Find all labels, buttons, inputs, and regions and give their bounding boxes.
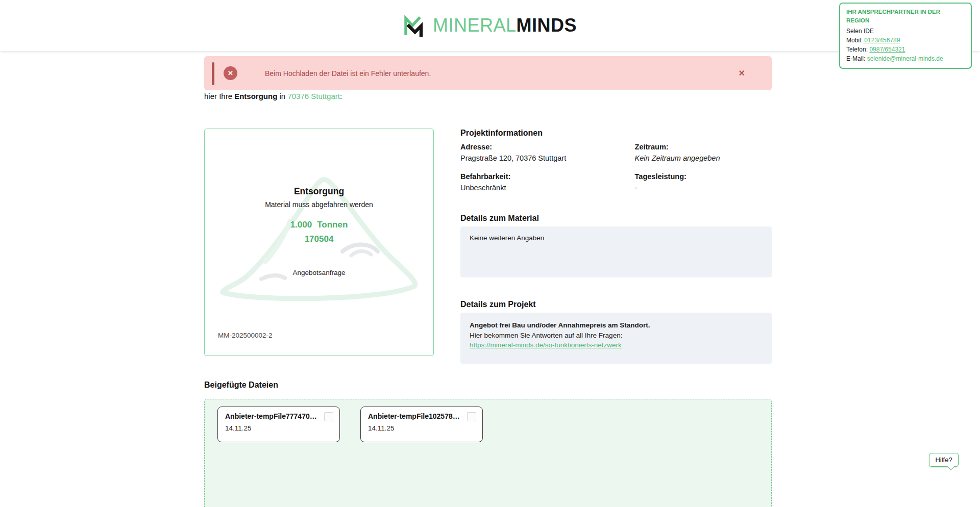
order-amount: 1.000Tonnen <box>205 220 433 230</box>
file-row: Anbieter-tempFile777470… 14.11.25 Anbiet… <box>217 407 771 442</box>
order-subtitle: Material muss abgefahren werden <box>205 200 433 209</box>
file-checkbox[interactable] <box>467 412 476 421</box>
file-date: 14.11.25 <box>368 424 476 432</box>
file-card-top: Anbieter-tempFile102578… <box>368 412 476 421</box>
project-details-line2: Hier bekommen Sie Antworten auf all Ihre… <box>470 331 763 341</box>
field-tagesleistung: Tagesleistung: - <box>635 172 772 192</box>
upload-error-alert: ✕ Beim Hochladen der Datei ist ein Fehle… <box>204 56 772 90</box>
file-date: 14.11.25 <box>225 424 333 432</box>
project-details-title: Details zum Projekt <box>460 300 772 309</box>
help-button[interactable]: Hilfe? <box>929 453 959 467</box>
project-details-box: Angebot frei Bau und/oder Annahmepreis a… <box>460 313 772 364</box>
order-request-type: Angebotsanfrage <box>205 269 433 276</box>
file-card[interactable]: Anbieter-tempFile777470… 14.11.25 <box>217 407 340 442</box>
project-info-grid: Adresse: Pragstraße 120, 70376 Stuttgart… <box>460 143 772 192</box>
project-details-line1: Angebot frei Bau und/oder Annahmepreis a… <box>470 320 763 331</box>
regional-contact-card: IHR ANSPRECHPARTNER IN DER REGION Selen … <box>839 3 972 69</box>
contact-mobile-line: Mobil: 0123/456789 <box>846 36 965 45</box>
contact-name: Selen IDE <box>846 27 965 36</box>
file-name: Anbieter-tempFile777470… <box>225 412 317 420</box>
field-adresse: Adresse: Pragstraße 120, 70376 Stuttgart <box>460 143 635 162</box>
order-type-title: Entsorgung <box>205 186 433 197</box>
contact-email-link[interactable]: selenide@mineral-minds.de <box>867 55 943 62</box>
contact-phone-line: Telefon: 0987/654321 <box>846 45 965 54</box>
order-summary-card: Entsorgung Material muss abgefahren werd… <box>204 129 434 356</box>
field-befahrbarkeit: Befahrbarkeit: Unbeschränkt <box>460 172 635 192</box>
page: MINERALMINDS IHR ANSPRECHPARTNER IN DER … <box>0 0 980 507</box>
field-befahrbarkeit-label: Befahrbarkeit: <box>460 172 635 181</box>
header: MINERALMINDS IHR ANSPRECHPARTNER IN DER … <box>0 0 980 51</box>
mineralminds-logo-icon <box>403 13 426 38</box>
order-material-code: 170504 <box>205 234 433 244</box>
brand-wordmark-black: MINDS <box>517 15 577 36</box>
intro-line: hier Ihre Entsorgung in 70376 Stuttgart: <box>204 92 342 100</box>
contact-email-label: E-Mail: <box>846 55 867 62</box>
file-card[interactable]: Anbieter-tempFile102578… 14.11.25 <box>360 407 483 442</box>
error-circle-icon: ✕ <box>224 66 237 80</box>
brand-wordmark-green: MINERAL <box>433 15 517 36</box>
order-reference-number: MM-202500002-2 <box>218 332 273 339</box>
contact-mobile-label: Mobil: <box>846 37 864 44</box>
contact-phone-label: Telefon: <box>846 46 869 53</box>
field-tagesleistung-label: Tagesleistung: <box>635 172 772 181</box>
intro-middle: in <box>277 92 287 100</box>
file-name: Anbieter-tempFile102578… <box>368 412 460 420</box>
project-details-link[interactable]: https://mineral-minds.de/so-funktioniert… <box>470 341 622 349</box>
field-befahrbarkeit-value: Unbeschränkt <box>460 184 635 192</box>
intro-prefix: hier Ihre <box>204 92 234 100</box>
material-details-title: Details zum Material <box>460 214 772 223</box>
field-zeitraum: Zeitraum: Kein Zeitraum angegeben <box>635 143 772 162</box>
help-label: Hilfe? <box>935 456 952 464</box>
main-content: ✕ Beim Hochladen der Datei ist ein Fehle… <box>204 51 772 507</box>
field-adresse-label: Adresse: <box>460 143 635 151</box>
attachments-title: Beigefügte Dateien <box>204 381 278 390</box>
contact-mobile-link[interactable]: 0123/456789 <box>864 37 900 44</box>
file-checkbox[interactable] <box>324 412 333 421</box>
contact-card-title: IHR ANSPRECHPARTNER IN DER REGION <box>846 8 965 26</box>
field-adresse-value: Pragstraße 120, 70376 Stuttgart <box>460 154 635 162</box>
contact-email-line: E-Mail: selenide@mineral-minds.de <box>846 54 965 63</box>
material-details-content: Keine weiteren Angaben <box>470 234 544 242</box>
attachments-dropzone[interactable]: Anbieter-tempFile777470… 14.11.25 Anbiet… <box>204 399 772 507</box>
brand-logo: MINERALMINDS <box>403 13 577 38</box>
file-card-top: Anbieter-tempFile777470… <box>225 412 333 421</box>
alert-accent-bar <box>212 62 214 85</box>
field-tagesleistung-value: - <box>635 184 772 192</box>
intro-location-link[interactable]: 70376 Stuttgart <box>287 92 340 100</box>
order-amount-unit: Tonnen <box>317 220 348 230</box>
field-zeitraum-value: Kein Zeitraum angegeben <box>635 154 772 162</box>
alert-close-icon[interactable]: ✕ <box>739 69 745 78</box>
contact-phone-link[interactable]: 0987/654321 <box>869 46 905 53</box>
alert-message: Beim Hochladen der Datei ist ein Fehler … <box>265 69 431 78</box>
project-info-title: Projektinformationen <box>460 129 772 138</box>
intro-suffix: : <box>340 92 342 100</box>
help-bubble-tail <box>947 463 954 470</box>
order-amount-value: 1.000 <box>290 220 312 230</box>
project-info-column: Projektinformationen Adresse: Pragstraße… <box>460 129 772 364</box>
field-zeitraum-label: Zeitraum: <box>635 143 772 151</box>
brand-wordmark: MINERALMINDS <box>433 15 577 36</box>
intro-type: Entsorgung <box>234 92 277 100</box>
material-details-box: Keine weiteren Angaben <box>460 226 772 277</box>
